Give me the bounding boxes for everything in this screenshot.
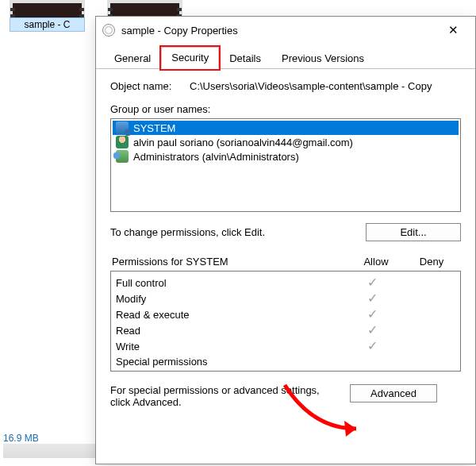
security-panel: Object name: C:\Users\soria\Videos\sampl… — [96, 69, 475, 416]
edit-hint: To change permissions, click Edit. — [110, 226, 366, 238]
user-icon — [116, 136, 129, 148]
permission-name: Special permissions — [116, 356, 344, 368]
group-user-list[interactable]: SYSTEMalvin paul soriano (sorianoalvin44… — [110, 118, 461, 212]
group-user-item[interactable]: Administrators (alvin\Administrators) — [113, 149, 459, 164]
admins-icon — [116, 150, 129, 163]
status-bar: 16.9 MB — [0, 433, 98, 458]
permissions-for-label: Permissions for SYSTEM — [112, 256, 348, 268]
tab-security[interactable]: Security — [161, 47, 219, 69]
system-icon — [116, 121, 129, 134]
tab-general[interactable]: General — [104, 48, 161, 69]
object-name-value: C:\Users\soria\Videos\sample-content\sam… — [190, 80, 461, 92]
permission-row: Modify✓ — [116, 291, 455, 306]
tab-previous-versions[interactable]: Previous Versions — [271, 48, 374, 69]
permission-row: Read & execute✓ — [116, 306, 455, 322]
permission-name: Full control — [116, 277, 344, 289]
allow-check-icon: ✓ — [344, 340, 400, 352]
file-name-label: sample - C — [10, 17, 85, 32]
allow-check-icon: ✓ — [344, 276, 400, 289]
permission-row: Full control✓ — [116, 275, 455, 291]
tab-details[interactable]: Details — [219, 48, 271, 69]
window-title: sample - Copy Properties — [121, 25, 238, 37]
group-user-name: Administrators (alvin\Administrators) — [133, 151, 299, 163]
group-names-label: Group or user names: — [110, 103, 461, 115]
allow-check-icon: ✓ — [344, 324, 400, 337]
close-button[interactable]: ✕ — [437, 19, 469, 41]
app-icon — [102, 24, 115, 37]
deny-col-header: Deny — [404, 256, 459, 268]
permissions-header: Permissions for SYSTEM Allow Deny — [110, 256, 461, 271]
file-thumb-1[interactable]: sample - C — [10, 0, 85, 32]
tab-bar: General Security Details Previous Versio… — [96, 47, 475, 69]
permission-row: Read✓ — [116, 322, 455, 338]
group-user-name: SYSTEM — [133, 122, 175, 134]
group-user-item[interactable]: alvin paul soriano (sorianoalvin444@gmai… — [113, 135, 459, 149]
allow-check-icon: ✓ — [344, 308, 400, 321]
video-icon — [107, 0, 182, 17]
permission-name: Write — [116, 341, 344, 352]
advanced-button[interactable]: Advanced — [350, 384, 437, 402]
permission-name: Read — [116, 325, 344, 337]
group-user-name: alvin paul soriano (sorianoalvin444@gmai… — [133, 137, 353, 148]
permission-name: Modify — [116, 293, 344, 305]
permission-row: Special permissions — [116, 354, 455, 369]
properties-window: sample - Copy Properties ✕ General Secur… — [95, 16, 476, 464]
object-name-label: Object name: — [110, 80, 190, 92]
edit-button[interactable]: Edit... — [366, 223, 461, 241]
titlebar[interactable]: sample - Copy Properties ✕ — [96, 17, 475, 44]
file-size-label: 16.9 MB — [3, 433, 98, 444]
allow-col-header: Allow — [348, 256, 404, 268]
status-bar-strip — [3, 444, 98, 458]
permission-name: Read & execute — [116, 309, 344, 321]
object-name-row: Object name: C:\Users\soria\Videos\sampl… — [110, 80, 461, 92]
permission-row: Write✓ — [116, 338, 455, 354]
video-icon — [10, 0, 85, 17]
group-user-item[interactable]: SYSTEM — [113, 121, 459, 135]
allow-check-icon: ✓ — [344, 292, 400, 305]
advanced-hint: For special permissions or advanced sett… — [110, 384, 340, 408]
permissions-list: Full control✓Modify✓Read & execute✓Read✓… — [110, 271, 461, 372]
